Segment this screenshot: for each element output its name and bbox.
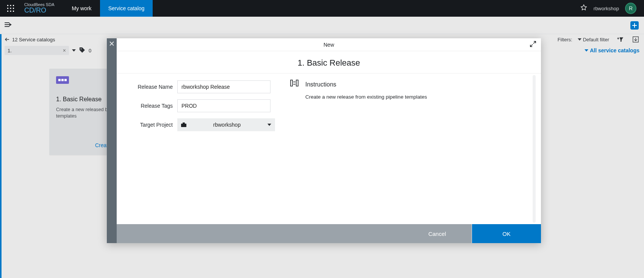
svg-rect-2	[13, 5, 14, 6]
release-tags-input[interactable]	[177, 99, 270, 112]
svg-rect-27	[183, 123, 185, 124]
svg-marker-28	[267, 124, 271, 126]
save-filter-icon[interactable]	[632, 36, 639, 43]
target-project-select[interactable]: rbworkshop	[177, 118, 275, 131]
instructions-title: Instructions	[305, 81, 427, 88]
left-accent	[0, 34, 2, 278]
back-link-label: 12 Service catalogs	[12, 37, 55, 42]
tag-count: 0	[89, 48, 91, 53]
svg-marker-19	[72, 49, 76, 52]
user-name[interactable]: rbworkshop	[594, 6, 619, 11]
add-filter-icon[interactable]	[617, 36, 624, 43]
svg-rect-1	[10, 5, 11, 6]
svg-rect-4	[10, 8, 11, 9]
svg-rect-29	[291, 80, 292, 86]
expand-icon[interactable]	[530, 41, 536, 49]
svg-rect-30	[296, 80, 298, 86]
release-name-input[interactable]	[177, 80, 270, 93]
svg-rect-8	[13, 11, 14, 12]
svg-rect-0	[7, 5, 8, 6]
search-dropdown-icon[interactable]	[72, 48, 76, 53]
briefcase-icon	[177, 118, 190, 131]
svg-rect-7	[10, 11, 11, 12]
instructions-icon	[290, 80, 299, 88]
target-project-label: Target Project	[132, 122, 177, 128]
search-chip[interactable]: 1. ×	[5, 46, 69, 55]
new-release-modal: New 1. Basic Release Release Name Releas…	[107, 38, 541, 243]
add-button[interactable]	[630, 21, 639, 30]
back-link[interactable]: 12 Service catalogs	[5, 37, 55, 42]
svg-line-24	[533, 41, 536, 44]
instructions-text: Create a new release from existing pipel…	[305, 94, 427, 100]
release-name-label: Release Name	[132, 84, 177, 90]
nav-my-work[interactable]: My work	[64, 0, 100, 17]
apps-grid-icon[interactable]	[0, 0, 21, 17]
svg-marker-15	[578, 38, 581, 41]
nav-service-catalog[interactable]: Service catalog	[100, 0, 153, 17]
ok-button[interactable]: OK	[472, 224, 541, 243]
tag-icon[interactable]	[79, 47, 86, 55]
instructions-column: Instructions Create a new release from e…	[283, 74, 541, 224]
svg-rect-5	[13, 8, 14, 9]
brand: CloudBees SDA CD/RO	[21, 2, 64, 14]
default-filter-label: Default filter	[583, 37, 609, 42]
sub-toolbar	[0, 17, 644, 34]
star-icon[interactable]	[580, 4, 588, 13]
default-filter-dropdown[interactable]: Default filter	[578, 37, 609, 42]
modal-close-button[interactable]	[107, 38, 117, 243]
avatar[interactable]: R	[625, 3, 636, 14]
svg-rect-6	[7, 11, 8, 12]
svg-point-20	[81, 48, 82, 49]
target-project-value: rbworkshop	[190, 122, 264, 128]
filters-label: Filters:	[558, 37, 572, 42]
modal-header-label: New	[324, 42, 334, 48]
search-chip-text: 1.	[8, 48, 12, 53]
svg-marker-21	[585, 49, 588, 52]
svg-rect-3	[7, 8, 8, 9]
modal-header: New	[117, 38, 541, 51]
sidebar-toggle-icon[interactable]	[5, 22, 12, 29]
svg-rect-26	[181, 124, 186, 127]
release-tags-label: Release Tags	[132, 103, 177, 109]
svg-line-25	[530, 44, 533, 47]
clear-search-icon[interactable]: ×	[63, 47, 66, 53]
modal-title: 1. Basic Release	[117, 51, 541, 73]
release-icon	[56, 76, 69, 84]
all-catalogs-label: All service catalogs	[590, 47, 639, 53]
brand-bottom: CD/RO	[24, 7, 55, 14]
form-column: Release Name Release Tags Target Project	[117, 74, 283, 224]
cancel-button[interactable]: Cancel	[403, 224, 472, 243]
app-header: CloudBees SDA CD/RO My work Service cata…	[0, 0, 644, 17]
modal-footer: Cancel OK	[117, 224, 541, 243]
chevron-down-icon	[264, 123, 275, 127]
all-service-catalogs-link[interactable]: All service catalogs	[585, 47, 639, 53]
